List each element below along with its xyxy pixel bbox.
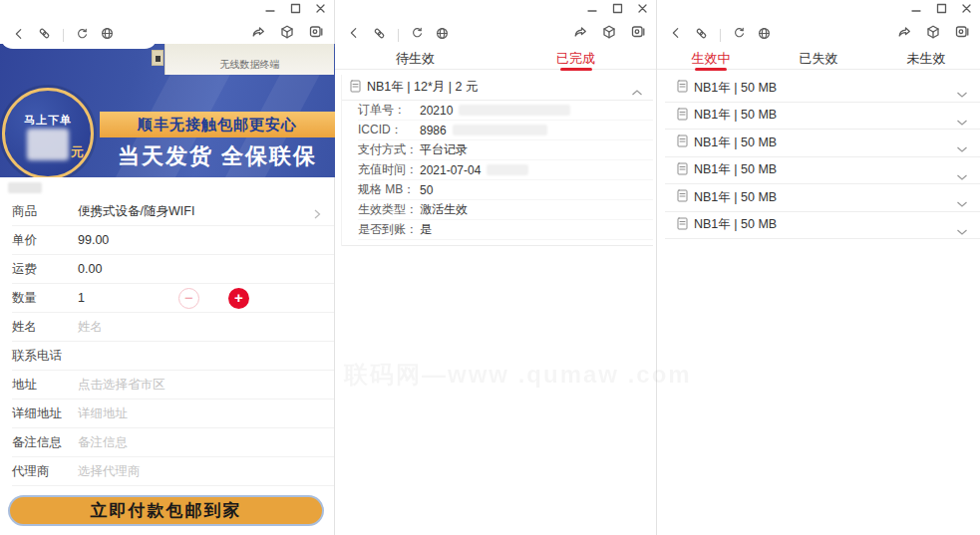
list-item[interactable]: NB1年 | 50 MB [665,103,980,131]
close-button[interactable] [315,3,326,14]
refresh-icon[interactable] [410,26,424,44]
tab-completed[interactable]: 已完成 [495,48,656,69]
pay-now-button[interactable]: 立即付款包邮到家 [8,495,324,526]
share-icon[interactable] [250,24,266,44]
float-window-icon[interactable] [630,24,646,44]
miniprogram-icon[interactable] [601,24,617,44]
detail-value: 平台记录 [420,141,468,158]
desktop: 马上下单 元 顺丰无接触包邮更安心 当天发货 全保联保 无线数据终端 商品 便携… [0,0,980,535]
form-row-product[interactable]: 商品 便携式设备/随身WIFI [12,197,334,226]
share-icon[interactable] [896,24,912,44]
list-item[interactable]: NB1年 | 50 MB [665,184,980,212]
chevron-down-icon[interactable] [956,222,968,240]
tab-pending[interactable]: 待生效 [335,48,495,69]
detail-label: 充值时间： [358,161,420,178]
agent-picker[interactable]: 选择代理商 [78,463,141,480]
plan-title: NB1年 | 50 MB [694,216,777,233]
chevron-up-icon[interactable] [631,83,643,101]
detail-label: 支付方式： [358,141,420,158]
chevron-down-icon[interactable] [956,139,968,157]
form-row-quantity: 数量 1 − + [12,284,334,313]
region-picker[interactable]: 点击选择省市区 [78,377,165,394]
link-icon[interactable] [694,26,709,45]
miniprogram-icon[interactable] [279,24,295,44]
form-row-remarks[interactable]: 备注信息 备注信息 [12,428,334,457]
tab-bar: 生效中 已失效 未生效 [657,48,980,70]
list-item[interactable]: NB1年 | 50 MB [665,157,980,185]
chevron-down-icon[interactable] [956,167,968,185]
share-icon[interactable] [572,24,588,44]
close-button[interactable] [637,3,648,14]
refresh-icon[interactable] [732,26,746,44]
form-row-shipping: 运费 0.00 [12,255,334,284]
form-row-agent[interactable]: 代理商 选择代理商 [12,457,334,486]
plan-title: NB1年 | 50 MB [694,134,777,151]
list-item[interactable]: NB1年 | 50 MB [665,75,980,103]
redacted-text [8,182,42,193]
photo-caption: 无线数据终端 [165,58,334,72]
chevron-down-icon[interactable] [956,85,968,103]
plan-list: NB1年 | 50 MB NB1年 | 50 MB NB1年 | 50 MB N… [657,75,980,239]
nav-toolbar [335,22,450,48]
ribbon-text: 顺丰无接触包邮更安心 [138,116,297,134]
form-row-name[interactable]: 姓名 姓名 [12,313,334,342]
window-order-form: 马上下单 元 顺丰无接触包邮更安心 当天发货 全保联保 无线数据终端 商品 便携… [0,0,335,535]
plan-title: NB1年 | 50 MB [694,80,777,97]
document-icon [677,134,688,151]
back-icon[interactable] [12,27,26,45]
quantity-value: 1 [78,291,85,305]
card-footer-divider [342,240,653,246]
tab-expired-plans[interactable]: 已失效 [765,48,872,69]
maximize-button[interactable] [612,3,623,14]
quantity-minus-button[interactable]: − [178,288,199,309]
form-row-address-detail[interactable]: 详细地址 详细地址 [12,400,334,428]
minimize-button[interactable] [265,3,276,14]
refresh-icon[interactable] [75,27,89,45]
detail-row-recharge-time: 充值时间： 2021-07-04 [358,160,653,180]
form-row-phone[interactable]: 联系电话 [12,342,334,371]
banner-ribbon: 顺丰无接触包邮更安心 [100,112,335,137]
product-photo-fragment: 无线数据终端 [164,44,334,75]
miniprogram-icon[interactable] [925,24,941,44]
tab-active-plans[interactable]: 生效中 [657,48,765,69]
detail-label: 是否到账： [358,221,420,238]
globe-icon[interactable] [100,26,115,45]
order-card-header[interactable]: NB1年 | 12*月 | 2 元 [342,75,653,101]
nav-capsule [0,22,158,49]
tab-bar: 待生效 已完成 [335,48,656,70]
tab-inactive-plans[interactable]: 未生效 [872,48,980,69]
globe-icon[interactable] [757,26,772,45]
remarks-input[interactable]: 备注信息 [78,434,128,451]
address-detail-input[interactable]: 详细地址 [78,405,128,422]
name-input[interactable]: 姓名 [78,319,103,336]
chevron-down-icon[interactable] [956,194,968,212]
row-label: 运费 [12,261,78,278]
redacted-price [27,129,69,160]
back-icon[interactable] [347,26,361,44]
minimize-button[interactable] [587,3,598,14]
back-icon[interactable] [669,26,683,44]
titlebar [657,0,980,22]
row-label: 商品 [12,203,78,220]
form-row-address[interactable]: 地址 点击选择省市区 [12,371,334,400]
quantity-plus-button[interactable]: + [228,288,249,309]
minimize-button[interactable] [911,3,922,14]
close-button[interactable] [961,3,972,14]
row-label: 备注信息 [12,434,78,451]
chevron-down-icon[interactable] [956,113,968,131]
detail-row-order-no: 订单号： 20210 [358,101,653,121]
maximize-button[interactable] [936,3,947,14]
float-window-icon[interactable] [308,24,324,44]
redacted-value [459,105,570,116]
maximize-button[interactable] [290,3,301,14]
redacted-value [453,125,547,135]
list-item[interactable]: NB1年 | 50 MB [665,212,980,240]
globe-icon[interactable] [435,26,450,45]
link-icon[interactable] [372,26,387,45]
row-value: 0.00 [78,262,102,276]
float-window-icon[interactable] [954,24,970,44]
detail-row-credited: 是否到账： 是 [358,220,653,240]
link-icon[interactable] [37,26,52,45]
row-label: 联系电话 [12,348,78,365]
list-item[interactable]: NB1年 | 50 MB [665,130,980,157]
